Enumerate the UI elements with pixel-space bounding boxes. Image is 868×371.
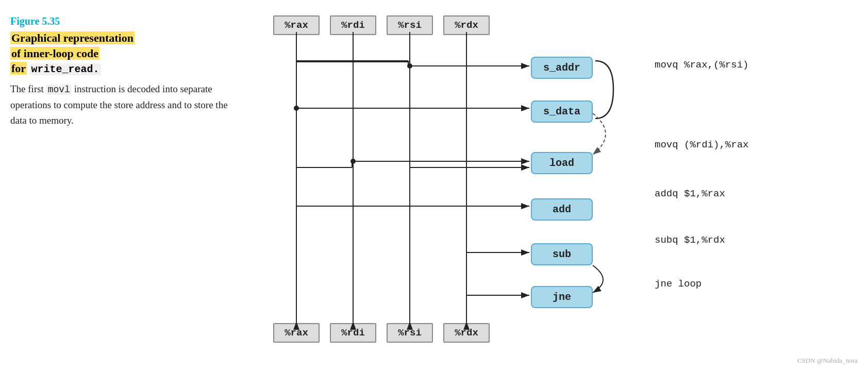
diagram-area: %rax %rdi %rsi %rdx %rax %rdi %rsi %rdx … bbox=[242, 5, 691, 366]
instr-jne: jne loop bbox=[655, 278, 702, 290]
instr-subq: subq $1,%rdx bbox=[655, 234, 725, 246]
diagram-svg bbox=[242, 5, 691, 366]
left-panel: Figure 5.35 Graphical representation of … bbox=[10, 15, 237, 128]
figure-label: Figure 5.35 bbox=[10, 15, 237, 27]
title-highlight-3: for bbox=[10, 62, 27, 75]
instr-movq-load: movq (%rdi),%rax bbox=[655, 139, 748, 150]
title-highlight-2: of inner-loop code bbox=[10, 47, 99, 60]
instr-addq: addq $1,%rax bbox=[655, 188, 725, 199]
figure-body: The first movl instruction is decoded in… bbox=[10, 81, 237, 128]
instr-movq-store: movq %rax,(%rsi) bbox=[655, 59, 748, 71]
figure-title: Graphical representation of inner-loop c… bbox=[10, 30, 237, 76]
watermark: CSDN @Nahida_nora bbox=[797, 357, 858, 365]
body-code-movl: movl bbox=[46, 85, 72, 95]
title-code: write_read. bbox=[30, 63, 101, 75]
title-highlight-1: Graphical representation bbox=[10, 31, 135, 44]
body-text-1: The first bbox=[10, 83, 44, 94]
